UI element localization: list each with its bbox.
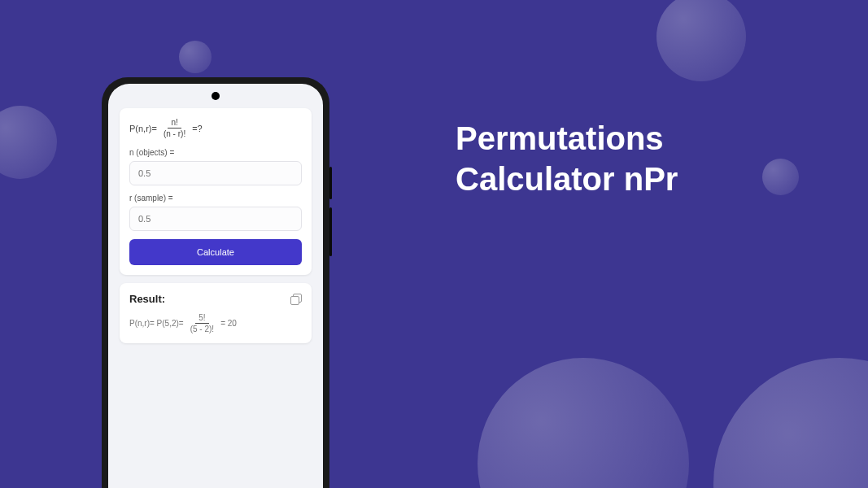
result-numerator: 5! (195, 313, 208, 324)
input-card: P(n,r)= n! (n - r)! =? n (objects) = r (… (120, 108, 312, 275)
result-header: Result: (129, 293, 302, 305)
result-fraction: 5! (5 - 2)! (187, 313, 217, 333)
n-input[interactable] (129, 161, 302, 185)
phone-screen: P(n,r)= n! (n - r)! =? n (objects) = r (… (108, 84, 323, 488)
result-formula: P(n,r)= P(5,2)= 5! (5 - 2)! = 20 (129, 313, 302, 333)
result-card: Result: P(n,r)= P(5,2)= 5! (5 - 2)! = 20 (120, 283, 312, 343)
phone-side-button (329, 167, 332, 199)
formula-numerator: n! (168, 118, 181, 129)
decorative-sphere (179, 41, 212, 73)
decorative-sphere (656, 0, 746, 81)
phone-camera (212, 92, 220, 100)
decorative-sphere (762, 159, 799, 195)
result-value: = 20 (220, 319, 237, 328)
copy-icon[interactable] (290, 294, 302, 305)
formula-display: P(n,r)= n! (n - r)! =? (129, 118, 302, 138)
decorative-sphere (0, 106, 57, 179)
phone-side-button (329, 207, 332, 256)
decorative-sphere (713, 358, 868, 488)
r-field-label: r (sample) = (129, 194, 302, 203)
decorative-sphere (478, 358, 689, 488)
n-field-label: n (objects) = (129, 148, 302, 157)
phone-frame: P(n,r)= n! (n - r)! =? n (objects) = r (… (102, 77, 329, 488)
formula-fraction: n! (n - r)! (160, 118, 189, 138)
page-title: Permutations Calculator nPr (456, 118, 678, 199)
title-line-1: Permutations (456, 118, 678, 159)
formula-prefix: P(n,r)= (129, 124, 157, 133)
formula-suffix: =? (192, 124, 203, 133)
app-content: P(n,r)= n! (n - r)! =? n (objects) = r (… (108, 84, 323, 355)
result-title: Result: (129, 293, 165, 305)
title-line-2: Calculator nPr (456, 159, 678, 199)
result-denominator: (5 - 2)! (187, 324, 217, 333)
r-input[interactable] (129, 207, 302, 231)
formula-denominator: (n - r)! (160, 129, 189, 138)
calculate-button[interactable]: Calculate (129, 239, 302, 265)
result-prefix: P(n,r)= P(5,2)= (129, 319, 184, 328)
